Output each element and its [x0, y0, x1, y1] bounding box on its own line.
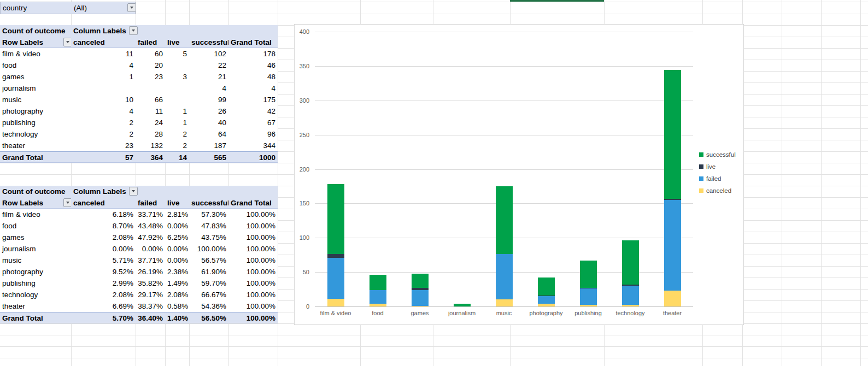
pivot-row-label: theater — [0, 140, 71, 151]
pivot-value-cell: 59.70% — [189, 278, 228, 289]
grand-total-label: Grand Total — [0, 312, 71, 323]
bar-segment-successful — [538, 278, 555, 296]
pivot-table-counts: Count of outcomeColumn LabelsRow Labelsc… — [0, 25, 278, 163]
grid-column-line — [782, 0, 782, 366]
pivot-value-cell: 99 — [189, 94, 228, 105]
pivot-value-cell: 102 — [189, 48, 228, 60]
pivot-value-cell: 2.08% — [71, 289, 136, 300]
grand-total-value: 14 — [165, 151, 189, 163]
pivot-row-label: food — [0, 220, 71, 232]
pivot-value-cell: 43.48% — [136, 220, 165, 232]
y-gridline — [315, 101, 693, 101]
pivot-row-label: photography — [0, 105, 71, 117]
column-labels-dropdown-button[interactable] — [129, 187, 138, 196]
bar-segment-successful — [664, 70, 681, 199]
bar-segment-successful — [412, 274, 429, 288]
grid-column-line — [860, 0, 861, 366]
x-tick-label: food — [356, 310, 399, 317]
legend-swatch-successful — [699, 152, 703, 157]
bar-segment-canceled — [370, 304, 386, 306]
pivot-value-cell: 66 — [136, 94, 165, 105]
pivot-value-cell: 60 — [136, 48, 165, 60]
bar-segment-live — [327, 254, 344, 258]
pivot-value-cell: 100.00% — [228, 232, 278, 243]
grand-total-value: 56.50% — [189, 312, 228, 323]
pivot-value-cell: 47.92% — [136, 232, 165, 243]
legend-item: failed — [699, 173, 736, 185]
pivot-row-label: music — [0, 255, 71, 266]
pivot-row-label: journalism — [0, 243, 71, 255]
x-tick-label: games — [398, 310, 441, 317]
bar-segment-live — [580, 288, 597, 288]
pivot-value-cell: 100.00% — [228, 278, 278, 289]
pivot-value-cell: 344 — [228, 140, 278, 151]
pivot-value-cell: 23 — [71, 140, 136, 151]
column-header: failed — [136, 197, 165, 209]
bar-segment-canceled — [622, 305, 639, 306]
pivot-value-cell: 2 — [71, 128, 136, 140]
column-header: live — [165, 197, 189, 209]
column-labels-dropdown-button[interactable] — [129, 26, 138, 35]
bar-segment-failed — [496, 254, 513, 299]
x-tick-label: theater — [651, 310, 694, 317]
pivot-value-cell: 0.58% — [165, 300, 189, 312]
pivot-value-cell: 56.57% — [189, 255, 228, 266]
pivot-value-cell: 6.69% — [71, 300, 136, 312]
y-tick-label: 250 — [295, 132, 309, 139]
selection-indicator — [510, 0, 604, 2]
row-labels-cell: Row Labels — [0, 197, 71, 209]
pivot-value-cell: 3 — [165, 71, 189, 82]
column-header: successful — [189, 197, 228, 209]
pivot-row-label: photography — [0, 266, 71, 278]
y-tick-label: 100 — [295, 234, 309, 241]
pivot-row-label: film & video — [0, 209, 71, 220]
grand-total-value: 57 — [71, 151, 136, 163]
x-tick-label: journalism — [441, 310, 483, 317]
pivot-value-cell: 42 — [228, 105, 278, 117]
x-tick-label: photography — [525, 310, 567, 317]
pivot-value-cell: 29.17% — [136, 289, 165, 300]
grid-column-line — [278, 0, 278, 366]
pivot-value-cell: 38.37% — [136, 300, 165, 312]
pivot-value-cell — [71, 82, 136, 94]
y-tick-label: 0 — [295, 303, 309, 310]
pivot-value-cell: 22 — [189, 60, 228, 71]
y-gridline — [315, 135, 693, 135]
filter-value-text: (All) — [74, 4, 87, 12]
pivot-value-cell: 1 — [165, 117, 189, 128]
legend-item: successful — [699, 149, 736, 161]
bar-segment-successful — [327, 184, 344, 254]
pivot-value-cell: 187 — [189, 140, 228, 151]
pivot-value-cell: 100.00% — [228, 209, 278, 220]
column-labels-cell: Column Labels — [71, 186, 278, 197]
pivot-value-cell: 1 — [165, 105, 189, 117]
x-tick-label: technology — [609, 310, 652, 317]
pivot-value-cell: 9.52% — [71, 266, 136, 278]
pivot-value-cell: 178 — [228, 48, 278, 60]
filter-field-name: country — [1, 2, 72, 14]
grand-total-label: Grand Total — [0, 151, 71, 163]
grand-total-value: 364 — [136, 151, 165, 163]
pivot-value-cell: 66.67% — [189, 289, 228, 300]
grand-total-value: 565 — [189, 151, 228, 163]
pivot-value-cell: 0.00% — [136, 243, 165, 255]
column-labels-cell: Column Labels — [71, 25, 278, 37]
pivot-value-cell: 100.00% — [228, 255, 278, 266]
pivot-value-cell — [165, 60, 189, 71]
pivot-value-cell: 2.99% — [71, 278, 136, 289]
pivot-value-cell: 100.00% — [228, 289, 278, 300]
pivot-value-cell: 2.08% — [165, 289, 189, 300]
filter-dropdown-button[interactable] — [127, 3, 136, 12]
y-tick-label: 150 — [295, 200, 309, 207]
pivot-value-cell: 132 — [136, 140, 165, 151]
pivot-value-cell: 100.00% — [228, 220, 278, 232]
bar-segment-canceled — [580, 305, 597, 306]
y-tick-label: 50 — [295, 269, 309, 276]
pivot-value-cell: 23 — [136, 71, 165, 82]
stacked-column-chart: successfullivefailedcanceled 05010015020… — [294, 24, 744, 325]
x-tick-label: publishing — [567, 310, 609, 317]
grand-total-value: 100.00% — [228, 312, 278, 323]
bar-segment-failed — [370, 290, 386, 304]
legend-swatch-canceled — [699, 188, 703, 193]
bar-segment-canceled — [412, 306, 429, 306]
